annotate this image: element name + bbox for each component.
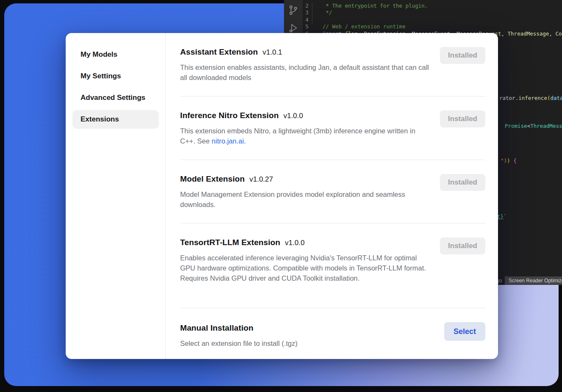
nitro-link[interactable]: nitro.jan.ai.	[211, 137, 246, 145]
sidebar-item-advanced-settings[interactable]: Advanced Settings	[72, 88, 159, 107]
extension-header: Manual Installation	[180, 323, 485, 333]
extension-row-nitro: Inference Nitro Extension v1.0.0 This ex…	[180, 97, 485, 160]
code-fragment: Promise<ThreadMessage>	[505, 123, 562, 130]
code-lines: 2 * The entrypoint for the plugin. 3 */ …	[303, 3, 562, 37]
run-debug-icon[interactable]	[288, 22, 299, 33]
extension-version: v1.0.27	[249, 175, 273, 184]
extension-description: This extension enables assistants, inclu…	[180, 62, 429, 83]
settings-sidebar: My Models My Settings Advanced Settings …	[66, 33, 166, 359]
source-control-icon[interactable]	[288, 5, 299, 16]
screenshot-canvas: 2 * The entrypoint for the plugin. 3 */ …	[0, 0, 562, 392]
sidebar-item-my-settings[interactable]: My Settings	[72, 67, 159, 86]
code-fragment: rator.inference(data));	[499, 95, 562, 102]
extension-title: Inference Nitro Extension	[180, 111, 279, 120]
extension-description: This extension embeds Nitro, a lightweig…	[180, 126, 429, 146]
extensions-panel: Assistant Extension v1.0.1 This extensio…	[166, 33, 498, 359]
sidebar-item-extensions[interactable]: Extensions	[72, 110, 159, 129]
extension-row-tensorrt: TensortRT-LLM Extension v1.0.0 Enables a…	[180, 224, 485, 308]
extension-version: v1.0.0	[284, 112, 303, 120]
extension-title: Assistant Extension	[180, 47, 258, 57]
code-line: 3 */	[303, 9, 562, 16]
manual-installation-description: Select an extension file to install (.tg…	[180, 338, 429, 348]
sidebar-item-my-models[interactable]: My Models	[72, 45, 159, 64]
select-file-button[interactable]: Select	[444, 322, 485, 341]
extension-title: TensortRT-LLM Extension	[180, 238, 280, 247]
manual-installation-row: Manual Installation Select an extension …	[180, 308, 485, 359]
extension-header: Inference Nitro Extension v1.0.0	[180, 111, 485, 120]
code-line: 2 * The entrypoint for the plugin.	[303, 3, 562, 9]
installed-button: Installed	[440, 110, 485, 127]
extension-header: TensortRT-LLM Extension v1.0.0	[180, 238, 485, 247]
extension-description: Model Management Extension provides mode…	[180, 189, 429, 210]
extension-version: v1.0.1	[263, 48, 282, 57]
extension-row-model: Model Extension v1.0.27 Model Management…	[180, 160, 485, 224]
screen-reader-badge: Screen Reader Optimized	[505, 276, 562, 285]
code-fragment: ")) {	[501, 157, 517, 164]
extension-title: Model Extension	[180, 174, 245, 184]
settings-modal: My Models My Settings Advanced Settings …	[66, 33, 498, 359]
code-line: 4	[303, 17, 562, 23]
code-line: 5// Web / extension runtime	[303, 23, 562, 30]
installed-button: Installed	[440, 174, 485, 191]
extension-header: Assistant Extension v1.0.1	[180, 47, 485, 57]
manual-installation-title: Manual Installation	[180, 323, 253, 333]
extension-description: Enables accelerated inference leveraging…	[180, 253, 429, 283]
extension-header: Model Extension v1.0.27	[180, 174, 485, 184]
extension-row-assistant: Assistant Extension v1.0.1 This extensio…	[180, 33, 485, 97]
extension-version: v1.0.0	[285, 239, 304, 247]
code-fragment: t}`	[497, 213, 507, 220]
installed-button: Installed	[440, 237, 485, 254]
installed-button: Installed	[440, 47, 485, 64]
